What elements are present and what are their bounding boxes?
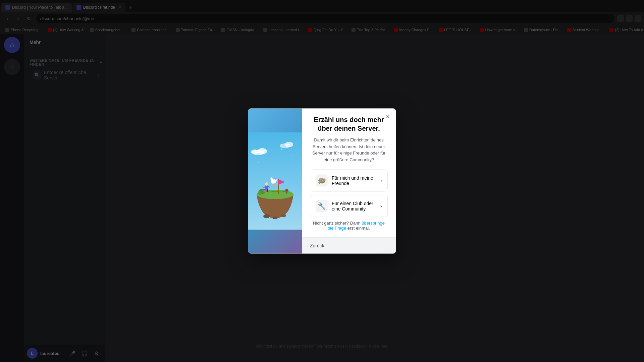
svg-point-3 xyxy=(251,149,259,154)
back-button[interactable]: Zurück xyxy=(310,242,324,250)
modal-inner: × Erzähl uns doch mehr über deinen Serve… xyxy=(248,109,396,254)
modal-close-button[interactable]: × xyxy=(384,113,392,121)
option-community-label: Für einen Club oder eine Community xyxy=(332,201,376,212)
option-friends-icon: 🪺 xyxy=(316,175,328,187)
svg-rect-31 xyxy=(267,189,268,192)
svg-point-27 xyxy=(265,182,268,186)
skip-suffix: erst einmal. xyxy=(346,226,370,231)
close-icon: × xyxy=(386,113,390,120)
modal-footer: Zurück xyxy=(302,237,396,254)
option-community[interactable]: 🔧 Für einen Club oder eine Community › xyxy=(310,195,388,217)
modal-description: Damit wir dir beim Einrichten deines Ser… xyxy=(310,137,388,163)
option-friends-chevron: › xyxy=(380,178,382,184)
option-community-icon: 🔧 xyxy=(316,200,328,212)
svg-point-25 xyxy=(274,179,276,180)
option-friends[interactable]: 🪺 Für mich und meine Freunde › xyxy=(310,170,388,192)
skip-prefix: Nicht ganz sicher? Dann xyxy=(313,221,362,226)
option-community-chevron: › xyxy=(380,203,382,209)
svg-point-5 xyxy=(285,142,293,147)
modal-right: × Erzähl uns doch mehr über deinen Serve… xyxy=(302,109,396,254)
svg-point-8 xyxy=(258,162,259,163)
option-friends-label: Für mich und meine Freunde xyxy=(332,175,376,186)
modal-title: Erzähl uns doch mehr über deinen Server. xyxy=(310,115,388,133)
svg-rect-26 xyxy=(265,185,268,189)
modal-content-area: × Erzähl uns doch mehr über deinen Serve… xyxy=(302,109,396,237)
server-setup-modal: × Erzähl uns doch mehr über deinen Serve… xyxy=(248,109,396,254)
svg-point-34 xyxy=(273,217,277,219)
svg-point-7 xyxy=(291,156,292,157)
svg-line-18 xyxy=(276,180,278,180)
svg-point-33 xyxy=(281,214,286,217)
modal-illustration xyxy=(248,109,302,254)
svg-point-39 xyxy=(263,190,267,192)
svg-point-32 xyxy=(263,214,270,218)
svg-point-6 xyxy=(281,148,282,150)
svg-point-36 xyxy=(285,189,288,192)
skip-text: Nicht ganz sicher? Dann überspringe die … xyxy=(310,221,388,231)
svg-point-2 xyxy=(258,148,267,154)
